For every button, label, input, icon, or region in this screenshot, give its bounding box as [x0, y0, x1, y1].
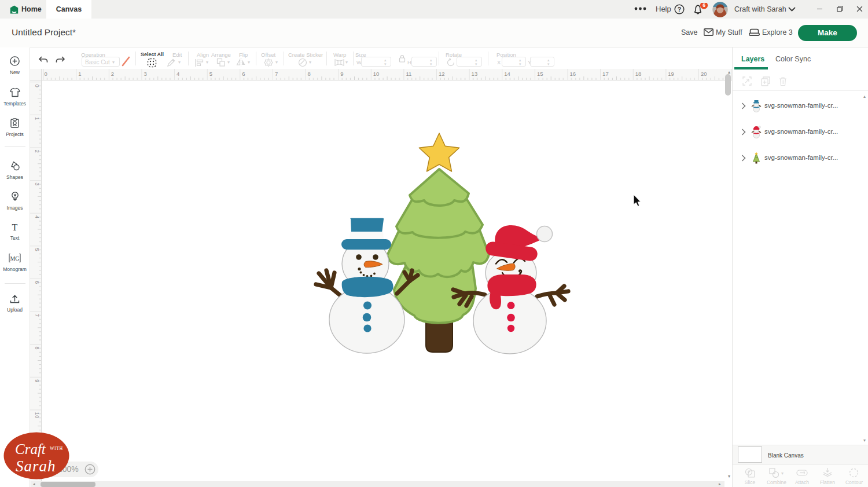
svg-text:6: 6: [703, 3, 705, 8]
svg-text:?: ?: [678, 6, 681, 13]
svg-text:Sarah: Sarah: [16, 457, 56, 475]
svg-text:Craft: Craft: [15, 441, 46, 457]
svg-text:T: T: [12, 222, 18, 232]
svg-text:WITH: WITH: [50, 446, 63, 451]
svg-text:MG: MG: [10, 255, 19, 262]
